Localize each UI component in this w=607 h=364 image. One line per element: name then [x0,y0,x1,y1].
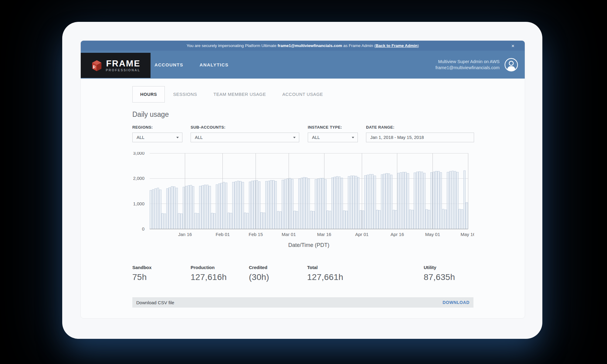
usage-bar [298,179,300,229]
regions-select[interactable]: ALL [132,133,182,142]
nav-link-analytics[interactable]: ANALYTICS [200,62,229,67]
usage-bar [405,172,406,229]
usage-bar [423,173,425,229]
usage-bar [157,188,159,229]
x-tick-label: Mar 16 [317,232,331,237]
usage-bar [360,211,361,229]
stat-label: Utility [424,265,455,270]
chevron-down-icon [293,137,296,138]
usage-bar [435,171,437,229]
usage-bar [313,211,314,229]
x-tick-label: Feb 01 [216,232,230,237]
user-email: frame1@multiviewfinancials.com [436,65,500,71]
usage-bar [308,179,310,229]
usage-bar [181,214,182,229]
nav-link-accounts[interactable]: ACCOUNTS [154,62,183,67]
stat-value: 127,616h [191,272,227,282]
nav-links: ACCOUNTSANALYTICS [154,51,229,79]
filter-sub-accounts: SUB-ACCOUNTS: ALL [191,125,299,142]
usage-bar [338,177,340,229]
usage-bar [204,185,206,229]
usage-bar [239,181,241,229]
x-tick-label: Apr 16 [391,232,404,237]
usage-bar [237,181,239,229]
y-tick-label: 1,000 [133,201,144,206]
desktop-background: You are securely impersonating Platform … [0,0,607,364]
usage-bar [183,187,185,229]
stat-total: Total127,661h [307,265,343,282]
banner-text-prefix: You are securely impersonating Platform … [187,43,278,48]
banner-text-middle: as Frame Admin ( [342,43,375,48]
frame-cube-icon: F [91,59,103,72]
usage-bar [185,186,187,229]
usage-bar [221,183,222,229]
usage-bar [388,174,390,229]
usage-bar [206,185,208,229]
sub-accounts-value: ALL [195,135,203,140]
usage-bar [230,213,232,229]
stat-value: 75h [132,272,151,282]
regions-value: ALL [137,135,144,140]
download-csv-label: Download CSV file [136,300,174,305]
logo-subtitle: PROFESSIONAL [106,68,140,72]
usage-bar [178,213,180,229]
date-range-input[interactable]: Jan 1, 2018 - May 15, 2018 [366,133,474,142]
user-info[interactable]: Multiview Super Admin on AWS frame1@mult… [436,51,518,79]
usage-bar [284,179,286,229]
usage-bar [289,178,291,229]
usage-bar [447,172,449,229]
usage-bar [421,172,423,229]
usage-bar [171,187,173,229]
usage-bar [357,177,359,229]
tab-team-member-usage[interactable]: TEAM MEMBER USAGE [205,86,274,103]
x-tick-label: May 16 [460,232,474,237]
usage-bar [218,184,220,229]
stat-value: 127,661h [307,272,343,282]
usage-bar [169,187,171,229]
usage-bar [452,171,453,229]
usage-bar [154,189,156,229]
usage-bar [341,178,343,229]
usage-bar [202,186,204,229]
usage-bar [369,174,371,229]
usage-bar [159,190,161,229]
usage-bar [461,209,463,229]
banner-text-suffix: ) [418,43,419,48]
usage-bar [173,187,175,229]
usage-bar [371,174,373,229]
tab-hours[interactable]: HOURS [132,86,165,103]
tab-account-usage[interactable]: ACCOUNT USAGE [274,86,331,103]
usage-bar [324,180,326,229]
usage-bar [246,213,248,229]
top-navbar: F FRAME PROFESSIONAL ACCOUNTSANALYTICS M… [81,51,525,79]
usage-bar [409,210,411,229]
usage-summary: Sandbox75hProduction127,616hCredited(30h… [132,265,473,290]
usage-bar [449,171,451,229]
usage-bar [438,171,439,229]
usage-bar [277,211,279,229]
usage-bar [188,186,189,229]
usage-bar [346,211,348,229]
close-icon[interactable]: × [511,43,514,48]
usage-bar [317,179,319,229]
tab-sessions[interactable]: SESSIONS [165,86,205,103]
frame-logo[interactable]: F FRAME PROFESSIONAL [81,53,151,78]
sub-accounts-select[interactable]: ALL [191,133,299,142]
download-button[interactable]: DOWNLOAD [443,300,470,305]
usage-bar [433,172,435,229]
usage-bar [383,174,385,229]
usage-bar [320,178,321,229]
back-to-frame-admin-link[interactable]: Back to Frame Admin [375,43,417,48]
usage-bar [256,180,258,229]
usage-bar [322,178,324,229]
stat-utility: Utility87,635h [424,265,455,282]
usage-bar [261,213,263,229]
instance-type-select[interactable]: ALL [308,133,358,142]
usage-bar [310,211,312,229]
usage-bar [263,213,265,229]
y-tick-label: 3,000 [133,152,144,156]
usage-bar [209,186,211,229]
usage-bar [176,188,178,229]
usage-bar [414,173,416,229]
usage-bar [456,172,458,229]
